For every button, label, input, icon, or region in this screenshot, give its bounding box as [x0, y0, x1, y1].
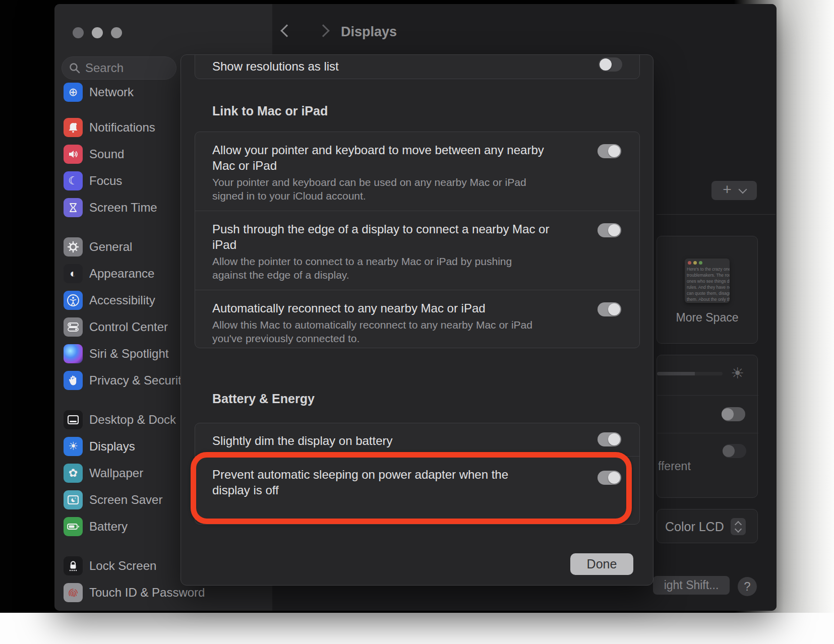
- pointer-keyboard-row: Allow your pointer and keyboard to move …: [195, 132, 639, 211]
- dim-display-toggle[interactable]: [598, 432, 621, 446]
- gear-icon: [64, 237, 83, 256]
- hand-icon: [64, 371, 83, 390]
- brightness-sun-icon: ☀: [731, 364, 744, 382]
- siri-icon: [64, 344, 83, 363]
- brightness-slider[interactable]: [657, 372, 723, 375]
- chevron-down-icon: [735, 525, 742, 532]
- push-through-edge-row: Push through the edge of a display to co…: [195, 211, 639, 290]
- advanced-settings-sheet: Show resolutions as list Link to Mac or …: [181, 54, 653, 586]
- help-button[interactable]: ?: [738, 577, 757, 596]
- battery-section-header: Battery & Energy: [212, 392, 315, 406]
- page-title: Displays: [341, 24, 397, 40]
- question-mark-icon: ?: [744, 579, 750, 594]
- battery-settings-group: Slightly dim the display on battery Prev…: [195, 423, 640, 525]
- content-divider: [657, 214, 776, 215]
- battery-icon: [64, 517, 83, 536]
- screenshot-stage: Search Displays ⊕ Network Notifications …: [0, 0, 834, 644]
- wallpaper-flower-icon: ✿: [64, 464, 83, 483]
- plus-icon: +: [723, 182, 732, 197]
- preset-panel: Color LCD: [657, 509, 758, 543]
- zoom-window-button[interactable]: [111, 27, 122, 38]
- preset-dropdown[interactable]: [731, 518, 746, 535]
- screen-saver-icon: [64, 490, 83, 509]
- show-resolutions-row: Show resolutions as list: [195, 54, 640, 79]
- auto-brightness-toggle[interactable]: [722, 407, 745, 421]
- appearance-icon: ◐: [64, 264, 83, 283]
- search-placeholder: Search: [85, 61, 124, 75]
- prevent-sleep-row: Prevent automatic sleeping on power adap…: [195, 456, 639, 525]
- auto-reconnect-toggle[interactable]: [598, 302, 621, 316]
- more-space-label: More Space: [657, 311, 757, 325]
- prevent-sleep-toggle[interactable]: [598, 471, 621, 485]
- moon-icon: ☾: [64, 171, 83, 190]
- lock-icon: [64, 556, 83, 575]
- true-tone-description-fragment: fferent: [658, 460, 691, 473]
- hourglass-icon: [64, 198, 83, 217]
- fingerprint-icon: [64, 583, 83, 602]
- brightness-panel: ☀ fferent: [657, 355, 758, 498]
- search-icon: [69, 62, 80, 74]
- link-section-header: Link to Mac or iPad: [212, 104, 328, 118]
- more-space-preset-card[interactable]: Here's to the crazy one troublemakers. T…: [657, 236, 758, 344]
- speaker-icon: [64, 145, 83, 164]
- dim-display-row: Slightly dim the display on battery: [195, 423, 639, 456]
- desktop-background-bottom: [0, 613, 834, 644]
- control-center-icon: [64, 317, 83, 337]
- accessibility-icon: [64, 291, 83, 310]
- network-icon: ⊕: [64, 83, 83, 102]
- push-through-edge-toggle[interactable]: [598, 223, 621, 237]
- done-button[interactable]: Done: [570, 553, 633, 575]
- bell-icon: [64, 118, 83, 137]
- thumbnail-traffic-lights: [685, 259, 730, 266]
- minimize-window-button[interactable]: [92, 27, 103, 38]
- auto-reconnect-row: Automatically reconnect to any nearby Ma…: [195, 290, 639, 353]
- desktop-dock-icon: [64, 410, 83, 429]
- pointer-keyboard-toggle[interactable]: [598, 144, 621, 158]
- chevron-down-icon: [738, 185, 747, 194]
- display-thumbnail: Here's to the crazy one troublemakers. T…: [685, 259, 730, 303]
- search-input[interactable]: Search: [62, 56, 176, 80]
- link-settings-group: Allow your pointer and keyboard to move …: [195, 132, 640, 348]
- close-window-button[interactable]: [73, 27, 84, 38]
- color-profile-value: Color LCD: [665, 520, 724, 534]
- true-tone-toggle[interactable]: [723, 444, 746, 458]
- show-resolutions-toggle[interactable]: [599, 57, 622, 72]
- displays-sun-icon: ☀: [64, 437, 83, 456]
- night-shift-button[interactable]: ight Shift...: [653, 576, 730, 595]
- add-display-button[interactable]: +: [711, 181, 757, 200]
